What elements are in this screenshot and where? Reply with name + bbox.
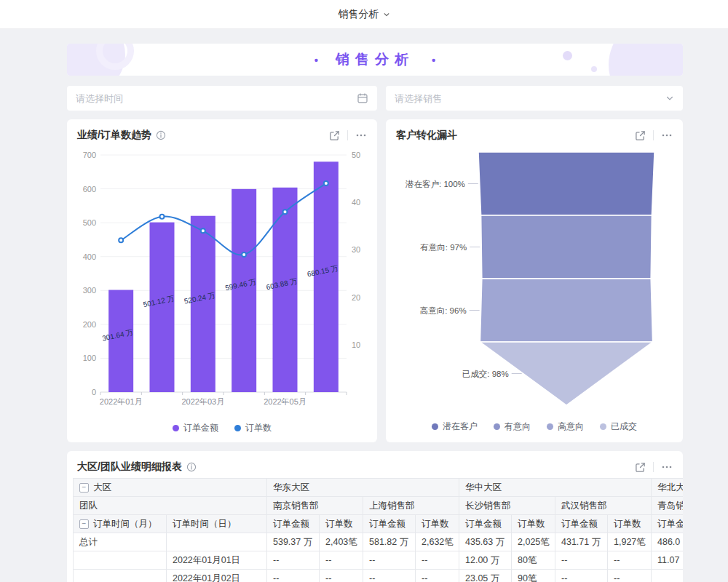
line-point xyxy=(119,238,123,242)
bar xyxy=(191,216,215,392)
team-header: 长沙销售部 xyxy=(459,497,555,515)
table-cell: -- xyxy=(608,570,652,582)
legend-item[interactable]: 订单数 xyxy=(234,422,272,434)
header-label: 上海销售部 xyxy=(369,501,415,511)
app-header: 销售分析 xyxy=(0,0,728,29)
info-icon[interactable] xyxy=(186,462,197,472)
table-cell: 90笔 xyxy=(512,570,555,582)
svg-text:40: 40 xyxy=(352,198,360,207)
svg-text:400: 400 xyxy=(83,252,96,261)
header-label: 订单金额 xyxy=(369,519,405,529)
table-cell: 2022年01月01日 xyxy=(167,551,267,570)
svg-text:2022年03月: 2022年03月 xyxy=(181,397,224,406)
funnel-label: 已成交: 98% xyxy=(462,370,509,378)
header-label: 订单数 xyxy=(422,519,449,529)
region-header: 华东大区 xyxy=(267,479,459,497)
team-row-label: 团队 xyxy=(74,497,267,515)
table-cell: 431.71 万 xyxy=(555,533,608,551)
collapse-icon[interactable]: − xyxy=(79,483,89,493)
banner-dot: • xyxy=(432,54,435,66)
table-cell: 539.37 万 xyxy=(267,533,320,551)
table-cell: -- xyxy=(320,570,363,582)
table-cell: -- xyxy=(555,551,608,570)
header-label: 武汉销售部 xyxy=(561,501,607,511)
svg-text:500: 500 xyxy=(83,218,96,227)
export-icon[interactable] xyxy=(635,462,646,473)
trend-chart: 010020030040050060070010203040502022年01月… xyxy=(67,146,377,418)
legend-item[interactable]: 有意向 xyxy=(494,420,531,433)
table-cell: 80笔 xyxy=(512,551,555,570)
month-col-header: −订单时间（月） xyxy=(74,515,167,533)
header-label: 华东大区 xyxy=(273,482,309,493)
legend-item[interactable]: 高意向 xyxy=(547,420,584,433)
banner-title: • 销售分析 • xyxy=(314,50,436,69)
export-icon[interactable] xyxy=(635,130,646,141)
header-label: 青岛销售部 xyxy=(657,501,683,511)
line-point xyxy=(324,181,328,186)
report-table-grid: −大区华东大区华中大区华北大区团队南京销售部上海销售部长沙销售部武汉销售部青岛销… xyxy=(73,478,683,582)
svg-text:700: 700 xyxy=(83,151,96,159)
legend-item[interactable]: 潜在客户 xyxy=(432,420,478,433)
more-icon[interactable] xyxy=(661,129,673,141)
table-row: 总计539.37 万2,403笔581.82 万2,632笔435.63 万2,… xyxy=(74,533,684,551)
legend-label: 订单数 xyxy=(245,422,272,434)
trend-chart-svg: 010020030040050060070010203040502022年01月… xyxy=(76,146,368,415)
legend-label: 已成交 xyxy=(611,420,637,433)
sales-filter-input[interactable] xyxy=(395,93,665,104)
filter-row xyxy=(67,86,683,111)
funnel-label: 高意向: 96% xyxy=(420,306,467,315)
funnel-label: 潜在客户: 100% xyxy=(405,180,465,188)
calendar-icon xyxy=(357,92,368,104)
table-cell: -- xyxy=(608,551,652,570)
metric-header: 订单金额 xyxy=(363,515,416,533)
time-filter-input[interactable] xyxy=(76,93,357,104)
page-title: 销售分析 xyxy=(339,8,379,21)
line-point xyxy=(160,215,165,219)
table-cell: -- xyxy=(363,551,416,570)
bar xyxy=(232,189,256,392)
header-label: 南京销售部 xyxy=(273,501,319,511)
header-label: 订单时间（日） xyxy=(173,519,237,529)
header-label: 订单数 xyxy=(614,519,641,529)
funnel-card: 客户转化漏斗 潜在客户: 100%有意向: 97%高意向: 96%已成交: 98… xyxy=(386,119,683,442)
export-icon[interactable] xyxy=(329,130,340,141)
header-label: 订单金额 xyxy=(657,519,683,529)
table-cell: -- xyxy=(416,570,459,582)
table-cell: -- xyxy=(267,551,320,570)
page-title-dropdown[interactable]: 销售分析 xyxy=(339,8,390,21)
report-card-title: 大区/团队业绩明细报表 xyxy=(77,461,182,474)
trend-legend: 订单金额订单数 xyxy=(67,418,377,437)
svg-text:2022年05月: 2022年05月 xyxy=(264,397,306,406)
legend-dot xyxy=(494,423,500,430)
header-label: 订单数 xyxy=(325,519,353,529)
table-cell: 581.82 万 xyxy=(363,533,416,551)
sales-filter[interactable] xyxy=(386,86,683,111)
charts-row: 业绩/订单数趋势 0100200300400500600700102030405… xyxy=(67,119,683,442)
banner-decor xyxy=(563,51,572,60)
funnel-chart-svg: 潜在客户: 100%有意向: 97%高意向: 96%已成交: 98% xyxy=(395,146,671,414)
time-filter[interactable] xyxy=(67,86,377,111)
funnel-chart: 潜在客户: 100%有意向: 97%高意向: 96%已成交: 98% xyxy=(386,146,683,417)
funnel-card-header: 客户转化漏斗 xyxy=(386,119,683,146)
legend-label: 潜在客户 xyxy=(443,420,478,433)
table-row: 2022年01月02日--------23.05 万90笔---- xyxy=(74,570,684,582)
funnel-segment xyxy=(480,279,652,342)
table-cell: 11.07 xyxy=(652,551,684,570)
more-icon[interactable] xyxy=(661,461,673,473)
table-cell: 1,927笔 xyxy=(608,533,652,551)
divider xyxy=(653,130,654,140)
header-label: 订单金额 xyxy=(465,519,502,529)
more-icon[interactable] xyxy=(355,129,367,141)
info-icon[interactable] xyxy=(156,130,166,140)
legend-item[interactable]: 已成交 xyxy=(600,420,637,433)
legend-item[interactable]: 订单金额 xyxy=(173,422,218,434)
trend-card-title: 业绩/订单数趋势 xyxy=(77,129,151,142)
region-header: 华北大区 xyxy=(652,479,684,497)
funnel-segment xyxy=(481,215,652,279)
collapse-icon[interactable]: − xyxy=(79,519,89,529)
legend-label: 高意向 xyxy=(558,420,584,433)
header-label: 大区 xyxy=(93,482,111,493)
trend-card: 业绩/订单数趋势 0100200300400500600700102030405… xyxy=(67,119,377,442)
table-cell: -- xyxy=(416,551,459,570)
funnel-card-title: 客户转化漏斗 xyxy=(396,129,457,142)
